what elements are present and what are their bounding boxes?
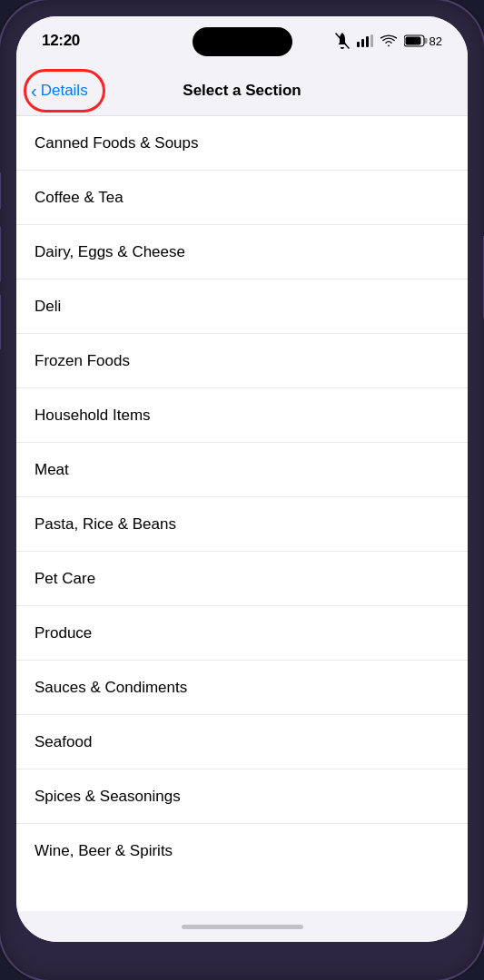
list-item[interactable]: Meat: [16, 443, 468, 497]
battery-icon: 82: [404, 34, 442, 48]
list-item-label: Coffee & Tea: [35, 189, 123, 207]
list-item-label: Sauces & Condiments: [35, 679, 187, 697]
wifi-icon: [380, 34, 397, 47]
back-button[interactable]: ‹ Details: [31, 82, 88, 100]
list-item-label: Household Items: [35, 407, 151, 425]
screen: 12:20: [16, 16, 468, 942]
dynamic-island: [193, 27, 292, 56]
list-item-label: Produce: [35, 624, 92, 642]
list-item[interactable]: Wine, Beer & Spirits: [16, 824, 468, 878]
list-item[interactable]: Coffee & Tea: [16, 171, 468, 225]
list-item[interactable]: Pasta, Rice & Beans: [16, 497, 468, 552]
list-item[interactable]: Frozen Foods: [16, 334, 468, 388]
silent-icon: [335, 33, 350, 49]
list-item[interactable]: Household Items: [16, 388, 468, 443]
svg-rect-3: [366, 36, 369, 47]
svg-rect-6: [424, 38, 427, 44]
list-item[interactable]: Spices & Seasonings: [16, 769, 468, 824]
status-icons: 82: [335, 33, 442, 49]
list-item-label: Seafood: [35, 733, 92, 751]
svg-rect-1: [357, 42, 360, 47]
nav-header: ‹ Details Select a Section: [16, 65, 468, 116]
list-item-label: Canned Foods & Soups: [35, 134, 199, 152]
list-item-label: Dairy, Eggs & Cheese: [35, 243, 185, 261]
list-item[interactable]: Deli: [16, 279, 468, 334]
section-list: Canned Foods & SoupsCoffee & TeaDairy, E…: [16, 116, 468, 911]
page-title: Select a Section: [183, 82, 301, 100]
list-item[interactable]: Dairy, Eggs & Cheese: [16, 225, 468, 279]
home-indicator: [16, 911, 468, 942]
list-item-label: Wine, Beer & Spirits: [35, 842, 173, 860]
list-item[interactable]: Canned Foods & Soups: [16, 116, 468, 171]
list-item[interactable]: Sauces & Condiments: [16, 661, 468, 715]
signal-icon: [357, 34, 373, 47]
mute-button: [0, 172, 1, 209]
battery-level: 82: [430, 34, 442, 48]
list-item[interactable]: Pet Care: [16, 552, 468, 606]
list-item-label: Deli: [35, 298, 61, 316]
list-item-label: Pasta, Rice & Beans: [35, 515, 176, 534]
phone-frame: 12:20: [0, 0, 484, 980]
list-item-label: Frozen Foods: [35, 352, 130, 370]
svg-rect-7: [405, 37, 420, 45]
volume-up-button: [0, 227, 1, 281]
home-bar: [182, 925, 303, 929]
list-item-label: Meat: [35, 461, 69, 479]
svg-rect-4: [370, 34, 373, 47]
list-item[interactable]: Produce: [16, 606, 468, 661]
status-time: 12:20: [42, 32, 80, 50]
svg-rect-2: [361, 39, 364, 47]
list-item[interactable]: Seafood: [16, 715, 468, 769]
list-item-label: Pet Care: [35, 570, 95, 588]
volume-down-button: [0, 295, 1, 349]
back-button-label: Details: [41, 82, 88, 100]
back-arrow-icon: ‹: [31, 82, 37, 100]
list-item-label: Spices & Seasonings: [35, 788, 181, 806]
